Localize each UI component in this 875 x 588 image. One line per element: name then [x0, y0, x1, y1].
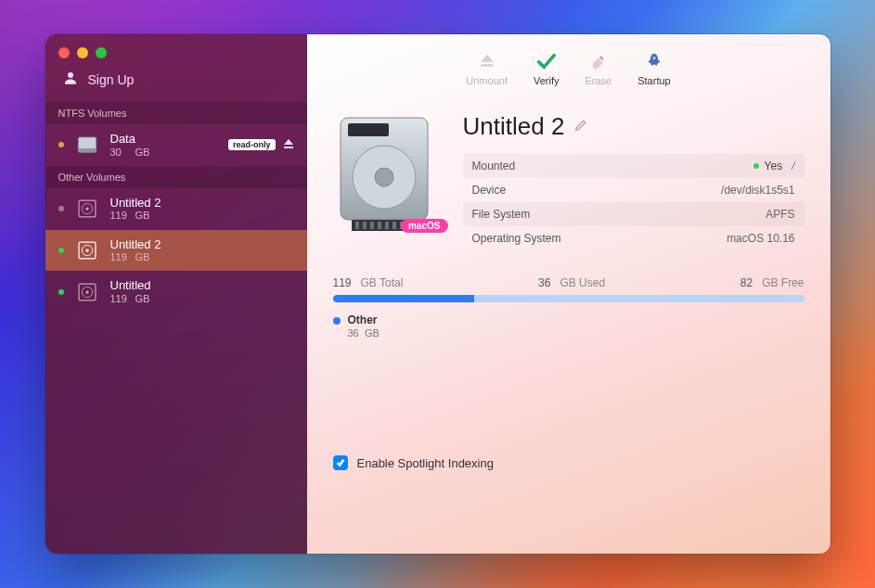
- svg-rect-16: [348, 123, 389, 136]
- external-disk-icon: [75, 133, 99, 157]
- macos-badge: macOS: [401, 219, 447, 233]
- storage-legend: Other 36 GB: [333, 313, 804, 339]
- disk-image: macOS: [333, 112, 435, 236]
- svg-point-12: [85, 290, 88, 293]
- svg-rect-25: [392, 222, 396, 229]
- close-icon[interactable]: [58, 47, 70, 58]
- storage-bar: [333, 295, 804, 302]
- svg-rect-22: [370, 222, 374, 229]
- svg-rect-3: [284, 147, 293, 148]
- startup-icon: [644, 51, 664, 71]
- sidebar-item-untitled[interactable]: Untitled 119 GB: [45, 271, 307, 313]
- toolbar: Unmount Verify Erase Startup: [307, 34, 830, 96]
- status-dot-icon: [58, 206, 64, 211]
- readonly-badge: read-only: [228, 139, 276, 150]
- info-table: Mounted Yes / Device /dev/disk1s5s1 File…: [463, 154, 804, 250]
- row-device: Device /dev/disk1s5s1: [463, 178, 804, 202]
- volume-name: Untitled 2: [110, 237, 161, 252]
- volume-name: Untitled 2: [110, 196, 161, 211]
- svg-rect-24: [385, 222, 389, 229]
- startup-button[interactable]: Startup: [637, 51, 670, 86]
- mount-point-link[interactable]: /: [791, 160, 794, 173]
- status-dot-icon: [58, 142, 64, 147]
- erase-icon: [588, 51, 609, 71]
- row-os: Operating System macOS 10.16: [463, 226, 804, 250]
- volume-title: Untitled 2: [463, 112, 565, 141]
- internal-disk-icon: [75, 280, 99, 304]
- section-header-ntfs: NTFS Volumes: [45, 102, 307, 124]
- unmount-icon: [477, 51, 497, 71]
- internal-disk-icon: [75, 197, 99, 221]
- minimize-icon[interactable]: [77, 47, 88, 58]
- signup-label: Sign Up: [88, 72, 135, 87]
- spotlight-checkbox[interactable]: Enable Spotlight Indexing: [333, 455, 804, 470]
- sidebar-item-untitled2-a[interactable]: Untitled 2 119 GB: [45, 188, 307, 230]
- svg-rect-21: [363, 222, 367, 229]
- legend-dot-icon: [333, 317, 341, 325]
- svg-rect-13: [481, 64, 493, 67]
- sidebar-item-data[interactable]: Data 30 GB read-only: [45, 124, 307, 166]
- svg-point-0: [68, 72, 73, 78]
- window-controls: [45, 34, 307, 66]
- row-filesystem: File System APFS: [463, 202, 804, 226]
- eject-icon[interactable]: [283, 136, 294, 153]
- svg-rect-20: [355, 222, 359, 229]
- volume-name: Data: [110, 132, 150, 147]
- status-dot-icon: [58, 248, 64, 253]
- user-icon: [62, 70, 79, 89]
- verify-button[interactable]: Verify: [534, 51, 560, 86]
- svg-point-18: [375, 168, 393, 186]
- sidebar-item-untitled2-b[interactable]: Untitled 2 119 GB: [45, 230, 307, 272]
- storage-section: 119GB Total 36GB Used 82GB Free Other 36…: [333, 276, 804, 339]
- rename-icon[interactable]: [573, 118, 588, 136]
- svg-point-14: [652, 57, 655, 59]
- spotlight-label: Enable Spotlight Indexing: [357, 456, 494, 470]
- svg-point-9: [85, 249, 88, 251]
- checkbox-checked-icon: [333, 455, 348, 470]
- row-mounted: Mounted Yes /: [463, 154, 804, 178]
- sidebar: Sign Up NTFS Volumes Data 30 GB read-onl…: [45, 34, 307, 554]
- app-window: Sign Up NTFS Volumes Data 30 GB read-onl…: [45, 34, 830, 554]
- svg-rect-23: [378, 222, 381, 229]
- main-panel: Unmount Verify Erase Startup: [307, 34, 830, 554]
- verify-icon: [536, 51, 557, 71]
- svg-rect-2: [78, 148, 97, 152]
- erase-button[interactable]: Erase: [585, 51, 611, 86]
- storage-bar-fill: [333, 295, 474, 302]
- svg-point-6: [85, 208, 88, 211]
- internal-disk-icon: [75, 238, 99, 262]
- unmount-button[interactable]: Unmount: [466, 51, 508, 86]
- signup-button[interactable]: Sign Up: [45, 66, 307, 102]
- status-dot-icon: [58, 289, 64, 295]
- volume-name: Untitled: [110, 278, 151, 293]
- status-dot-icon: [753, 163, 759, 169]
- fullscreen-icon[interactable]: [96, 47, 107, 58]
- section-header-other: Other Volumes: [45, 166, 307, 188]
